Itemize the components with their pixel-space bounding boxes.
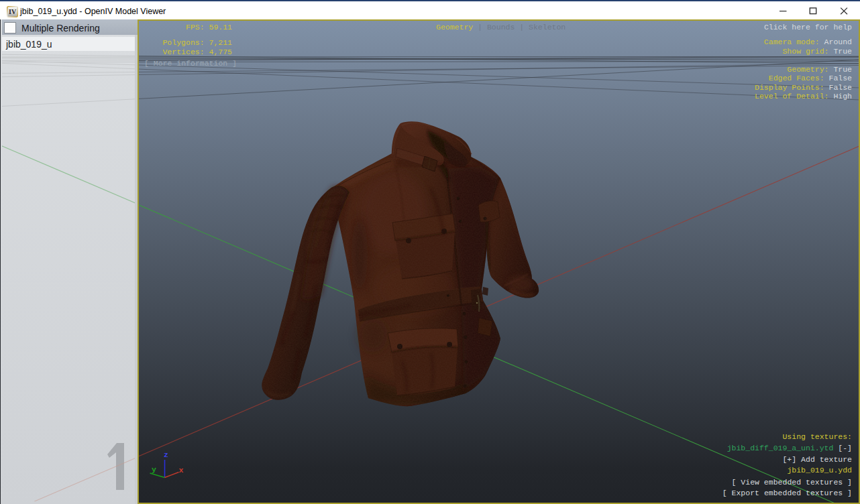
- svg-text:Geometry: True: Geometry: True: [787, 65, 852, 74]
- svg-text:[+] Add texture: [+] Add texture: [782, 455, 852, 464]
- svg-text:y: y: [152, 465, 156, 474]
- svg-text:Click here for help: Click here for help: [764, 23, 852, 32]
- svg-text:Geometry | Bounds | Skeleton: Geometry | Bounds | Skeleton: [436, 23, 566, 32]
- svg-text:IV: IV: [9, 8, 17, 15]
- svg-text:[ Export embedded textures ]: [ Export embedded textures ]: [722, 489, 852, 497]
- svg-text:Using textures:: Using textures:: [782, 432, 852, 441]
- svg-text:x: x: [179, 466, 184, 475]
- svg-text:Edged Faces: False: Edged Faces: False: [769, 74, 852, 82]
- svg-text:[ View embedded textures ]: [ View embedded textures ]: [732, 478, 852, 487]
- svg-text:jbib_019_u.ydd: jbib_019_u.ydd: [787, 466, 852, 475]
- svg-text:Camera mode: Around: Camera mode: Around: [764, 38, 852, 46]
- svg-text:[ More information ]: [ More information ]: [144, 59, 237, 68]
- svg-text:Level of Detail: High: Level of Detail: High: [755, 92, 852, 101]
- svg-text:z: z: [164, 450, 168, 459]
- svg-text:FPS: 59.11: FPS: 59.11: [186, 23, 232, 32]
- svg-text:Vertices: 4,775: Vertices: 4,775: [162, 48, 232, 56]
- svg-text:Polygons: 7,211: Polygons: 7,211: [162, 38, 232, 47]
- svg-text:jbib_diff_019_a_uni.ytd [-]: jbib_diff_019_a_uni.ytd [-]: [727, 444, 852, 452]
- svg-text:Show grid: True: Show grid: True: [782, 47, 852, 56]
- svg-text:Display Points: False: Display Points: False: [755, 83, 852, 92]
